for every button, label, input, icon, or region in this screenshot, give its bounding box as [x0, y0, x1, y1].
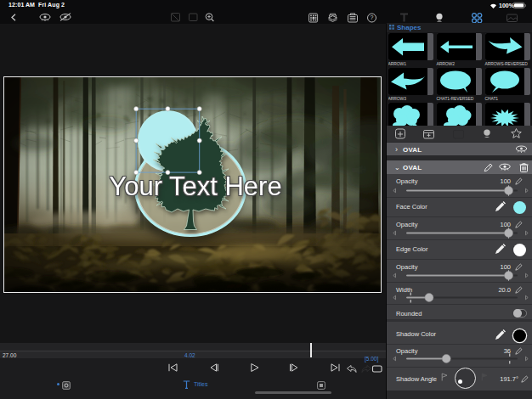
svg-text:100%: 100%: [499, 3, 515, 8]
svg-text:?: ?: [371, 14, 374, 20]
